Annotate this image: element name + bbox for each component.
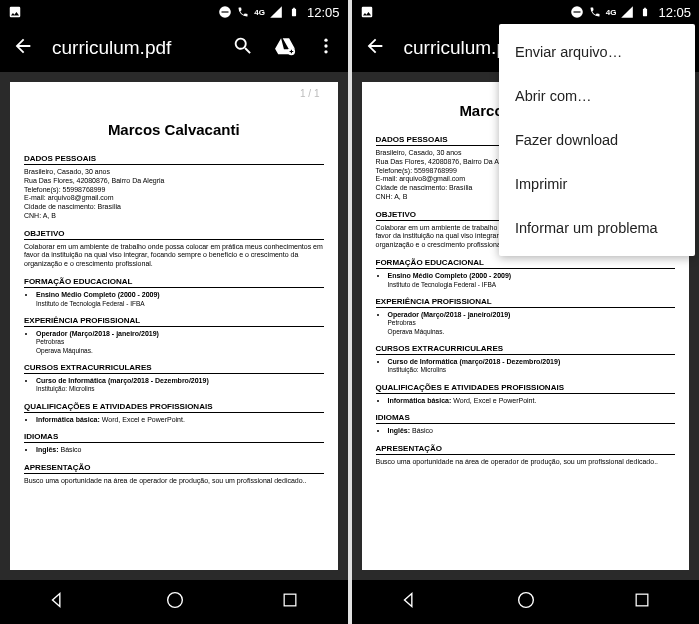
section-body: Brasileiro, Casado, 30 anos Rua Das Flor… [24,168,324,221]
phone-right: 4G 12:05 curriculum.pdf Marcos Calvacant… [352,0,700,624]
app-bar: curriculum.pdf [0,24,348,72]
pdf-viewer[interactable]: 1 / 1 Marcos Calvacanti DADOS PESSOAIS B… [0,72,348,580]
signal-icon [269,5,283,19]
section-heading: EXPERIÊNCIA PROFISSIONAL [24,316,324,327]
overflow-button[interactable] [316,36,336,60]
section-heading: QUALIFICAÇÕES E ATIVIDADES PROFISSIONAIS [24,402,324,413]
section-body: Busco uma oportunidade na área de operad… [24,477,324,486]
section-heading: IDIOMAS [376,413,676,424]
resume-name: Marcos Calvacanti [24,121,324,138]
svg-rect-9 [573,11,580,12]
svg-point-4 [324,44,327,47]
network-label: 4G [606,8,617,17]
status-time: 12:05 [658,5,691,20]
nav-recent-button[interactable] [280,590,300,614]
nav-home-button[interactable] [164,589,186,615]
battery-icon [638,5,652,19]
section-heading: CURSOS EXTRACURRICULARES [24,363,324,374]
section-heading: FORMAÇÃO EDUCACIONAL [24,277,324,288]
section-heading: CURSOS EXTRACURRICULARES [376,344,676,355]
section-heading: FORMAÇÃO EDUCACIONAL [376,258,676,269]
nav-back-button[interactable] [47,589,69,615]
svg-point-3 [324,39,327,42]
search-button[interactable] [232,35,254,61]
phone-icon [588,5,602,19]
phone-icon [236,5,250,19]
svg-point-6 [167,593,182,608]
document-page: Marcos Calvacanti DADOS PESSOAIS Brasile… [10,101,338,570]
nav-home-button[interactable] [515,589,537,615]
svg-rect-1 [222,11,229,12]
status-time: 12:05 [307,5,340,20]
menu-item-open-with[interactable]: Abrir com… [499,74,695,118]
app-title: curriculum.pdf [52,37,214,59]
section-body: Colaborar em um ambiente de trabalho ond… [24,243,324,269]
section-heading: EXPERIÊNCIA PROFISSIONAL [376,297,676,308]
back-button[interactable] [12,35,34,61]
svg-point-5 [324,50,327,53]
svg-rect-11 [636,594,648,606]
nav-back-button[interactable] [399,589,421,615]
section-heading: OBJETIVO [24,229,324,240]
overflow-menu: Enviar arquivo… Abrir com… Fazer downloa… [499,24,695,256]
section-heading: DADOS PESSOAIS [24,154,324,165]
phone-left: 4G 12:05 curriculum.pdf 1 / 1 Mar [0,0,348,624]
menu-item-print[interactable]: Imprimir [499,162,695,206]
nav-bar [352,580,700,624]
signal-icon [620,5,634,19]
section-heading: APRESENTAÇÃO [376,444,676,455]
svg-rect-7 [284,594,296,606]
menu-item-send[interactable]: Enviar arquivo… [499,30,695,74]
status-bar: 4G 12:05 [352,0,700,24]
network-label: 4G [254,8,265,17]
drive-button[interactable] [274,35,296,61]
image-icon [8,5,22,19]
dnd-icon [218,5,232,19]
dnd-icon [570,5,584,19]
back-button[interactable] [364,35,386,61]
menu-item-report[interactable]: Informar um problema [499,206,695,250]
battery-icon [287,5,301,19]
section-heading: QUALIFICAÇÕES E ATIVIDADES PROFISSIONAIS [376,383,676,394]
nav-bar [0,580,348,624]
menu-item-download[interactable]: Fazer download [499,118,695,162]
section-heading: IDIOMAS [24,432,324,443]
nav-recent-button[interactable] [632,590,652,614]
status-bar: 4G 12:05 [0,0,348,24]
svg-point-10 [519,593,534,608]
page-indicator: 1 / 1 [10,82,338,101]
image-icon [360,5,374,19]
section-heading: APRESENTAÇÃO [24,463,324,474]
